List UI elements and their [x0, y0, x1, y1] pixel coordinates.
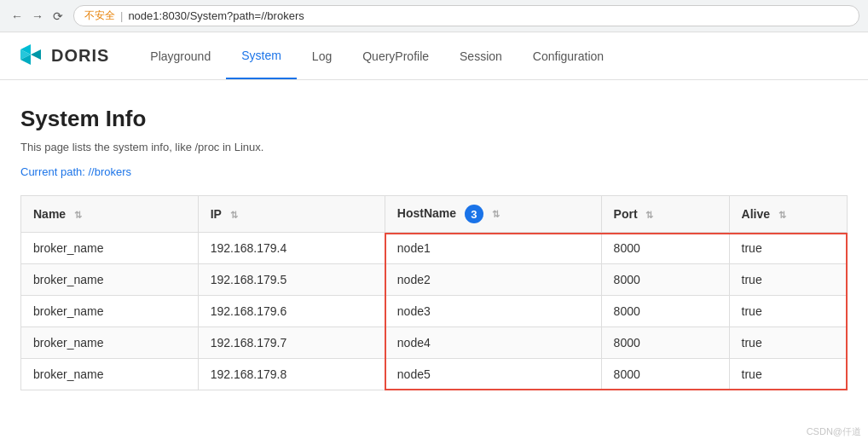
col-header-hostname[interactable]: HostName 3 ⇅ — [385, 196, 601, 233]
cell-hostname: node3 — [385, 296, 601, 327]
cell-name: broker_name — [21, 359, 199, 390]
cell-hostname: node5 — [385, 359, 601, 390]
col-header-ip[interactable]: IP ⇅ — [198, 196, 385, 233]
nav-items: Playground System Log QueryProfile Sessi… — [135, 32, 619, 79]
nav-item-configuration[interactable]: Configuration — [518, 32, 619, 79]
sort-icon-port: ⇅ — [645, 210, 653, 220]
main-content: System Info This page lists the system i… — [0, 80, 868, 416]
nav-item-queryprofile[interactable]: QueryProfile — [347, 32, 444, 79]
table-row: broker_name192.168.179.5node28000true — [21, 264, 848, 296]
page-description: This page lists the system info, like /p… — [20, 141, 848, 153]
cell-alive: true — [729, 233, 847, 264]
table-row: broker_name192.168.179.8node58000true — [21, 359, 848, 390]
cell-ip: 192.168.179.8 — [198, 359, 385, 390]
svg-marker-3 — [31, 49, 41, 60]
sort-icon-ip: ⇅ — [230, 210, 238, 220]
table-row: broker_name192.168.179.6node38000true — [21, 296, 848, 327]
logo-text: DORIS — [51, 46, 109, 66]
nav-item-system[interactable]: System — [226, 32, 297, 79]
nav-item-playground[interactable]: Playground — [135, 32, 226, 79]
cell-alive: true — [729, 327, 847, 359]
cell-name: broker_name — [21, 233, 199, 264]
col-header-name[interactable]: Name ⇅ — [21, 196, 199, 233]
cell-ip: 192.168.179.5 — [198, 264, 385, 296]
cell-hostname: node2 — [385, 264, 601, 296]
table-body: broker_name192.168.179.4node18000truebro… — [21, 233, 848, 390]
table-row: broker_name192.168.179.4node18000true — [21, 233, 848, 264]
hostname-badge: 3 — [465, 205, 483, 223]
cell-hostname: node4 — [385, 327, 601, 359]
security-warning: 不安全 — [84, 9, 115, 23]
cell-port: 8000 — [601, 359, 729, 390]
cell-name: broker_name — [21, 296, 199, 327]
table-row: broker_name192.168.179.7node48000true — [21, 327, 848, 359]
table-wrapper: Name ⇅ IP ⇅ HostName 3 ⇅ Port ⇅ — [20, 195, 848, 390]
top-nav: DORIS Playground System Log QueryProfile… — [0, 32, 868, 80]
address-separator: | — [120, 9, 123, 22]
logo-area: DORIS — [17, 43, 109, 70]
nav-item-log[interactable]: Log — [297, 32, 347, 79]
col-header-alive[interactable]: Alive ⇅ — [729, 196, 847, 233]
back-button[interactable]: ← — [9, 8, 26, 25]
cell-name: broker_name — [21, 327, 199, 359]
cell-alive: true — [729, 296, 847, 327]
cell-hostname: node1 — [385, 233, 601, 264]
forward-button[interactable]: → — [29, 8, 46, 25]
sort-icon-alive: ⇅ — [778, 210, 786, 220]
cell-ip: 192.168.179.6 — [198, 296, 385, 327]
cell-ip: 192.168.179.4 — [198, 233, 385, 264]
doris-logo-icon — [17, 43, 44, 70]
data-table: Name ⇅ IP ⇅ HostName 3 ⇅ Port ⇅ — [20, 195, 848, 390]
address-text: node1:8030/System?path=//brokers — [128, 9, 304, 22]
cell-alive: true — [729, 359, 847, 390]
sort-icon-name: ⇅ — [74, 210, 82, 220]
cell-port: 8000 — [601, 296, 729, 327]
cell-ip: 192.168.179.7 — [198, 327, 385, 359]
browser-chrome: ← → ⟳ 不安全 | node1:8030/System?path=//bro… — [0, 0, 868, 32]
address-bar[interactable]: 不安全 | node1:8030/System?path=//brokers — [73, 5, 859, 26]
sort-icon-hostname: ⇅ — [492, 209, 500, 219]
cell-port: 8000 — [601, 233, 729, 264]
cell-name: broker_name — [21, 264, 199, 296]
reload-button[interactable]: ⟳ — [49, 8, 67, 25]
current-path[interactable]: Current path: //brokers — [20, 165, 848, 178]
browser-nav-buttons: ← → ⟳ — [9, 8, 67, 25]
page-title: System Info — [20, 106, 848, 132]
cell-port: 8000 — [601, 327, 729, 359]
col-header-port[interactable]: Port ⇅ — [601, 196, 729, 233]
cell-port: 8000 — [601, 264, 729, 296]
nav-item-session[interactable]: Session — [444, 32, 518, 79]
table-header-row: Name ⇅ IP ⇅ HostName 3 ⇅ Port ⇅ — [21, 196, 848, 233]
cell-alive: true — [729, 264, 847, 296]
table-header: Name ⇅ IP ⇅ HostName 3 ⇅ Port ⇅ — [21, 196, 848, 233]
